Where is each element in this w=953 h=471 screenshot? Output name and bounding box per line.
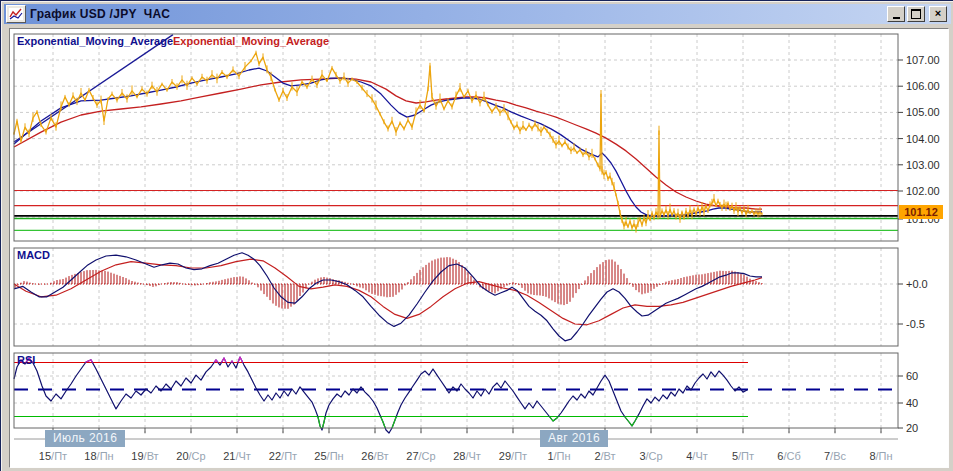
chart-icon <box>6 5 26 23</box>
chart-area[interactable] <box>9 28 949 468</box>
close-icon: × <box>935 8 941 19</box>
rsi-panel-label: RSI <box>17 354 35 366</box>
ema-fast-label: Exponential_Moving_Average <box>17 35 173 47</box>
maximize-icon <box>911 9 921 19</box>
macd-panel-label: MACD <box>17 249 50 261</box>
month-badge-august: Авг 2016 <box>540 430 608 447</box>
current-price-badge: 101.12 <box>899 205 943 219</box>
ema-slow-label: Exponential_Moving_Average <box>173 35 329 47</box>
window-title: График USD /JPY ЧАС <box>30 7 887 21</box>
maximize-button[interactable] <box>907 6 925 22</box>
close-button[interactable]: × <box>929 6 947 22</box>
minimize-button[interactable] <box>887 6 905 22</box>
minimize-icon <box>893 17 900 19</box>
window-controls: × <box>887 6 947 22</box>
month-badge-july: Июль 2016 <box>45 430 125 447</box>
app-window: График USD /JPY ЧАС × 107.00106.00105.00… <box>0 0 953 471</box>
title-bar[interactable]: График USD /JPY ЧАС × <box>4 4 951 24</box>
